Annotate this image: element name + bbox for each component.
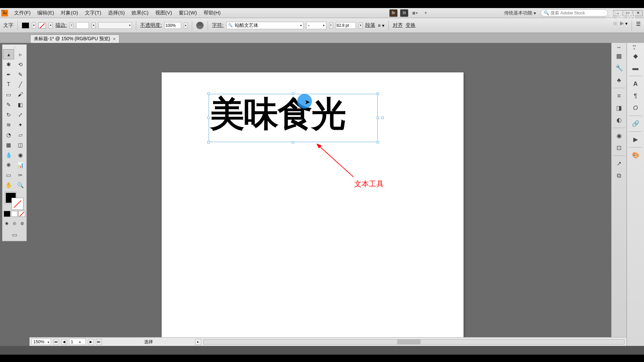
shaper-tool[interactable]: ✎ — [3, 100, 14, 110]
arrange-icon[interactable]: ▦ ▾ — [411, 9, 419, 17]
font-style-field[interactable]: - ▾ — [306, 22, 326, 29]
stroke-dropdown[interactable]: ▾ — [49, 22, 53, 28]
mesh-tool[interactable]: ▦ — [3, 140, 14, 150]
layers-panel-icon[interactable]: ◆ — [630, 50, 641, 62]
zoom-selector[interactable]: 150% ▾ — [32, 339, 51, 345]
stroke-weight-stepper[interactable]: ⇳ — [69, 22, 73, 28]
scroll-thumb-h[interactable] — [397, 340, 421, 344]
text-object[interactable]: 美味食光 ➤ — [209, 94, 378, 142]
scale-tool[interactable]: ⤢ — [15, 110, 26, 120]
brush-selector[interactable]: ▾ — [98, 22, 132, 29]
paragraph-panel-icon[interactable]: ¶ — [630, 90, 641, 102]
stroke-weight-input[interactable] — [76, 22, 89, 29]
handle-outport[interactable] — [381, 117, 384, 119]
blend-tool[interactable]: ◉ — [15, 150, 26, 160]
tab-close-icon[interactable]: × — [113, 36, 115, 42]
type-tool[interactable]: T — [3, 79, 14, 89]
handle-mid-right[interactable] — [377, 117, 379, 119]
draw-inside[interactable]: ◍ — [19, 218, 26, 228]
artboards-panel-icon[interactable]: ▬ — [630, 62, 641, 74]
handle-bottom-left[interactable] — [207, 141, 210, 143]
gradient-panel-icon[interactable]: ◨ — [613, 102, 625, 114]
workspace-selector[interactable]: 传统基本功能 ▾ — [502, 10, 538, 16]
stroke-panel-icon[interactable]: ≡ — [613, 90, 625, 102]
opentype-panel-icon[interactable]: O — [630, 102, 641, 114]
actions-panel-icon[interactable]: ▶ — [630, 134, 641, 145]
font-size-input[interactable] — [336, 22, 356, 29]
draw-normal[interactable]: ◉ — [3, 218, 10, 228]
color-mode-none[interactable] — [18, 211, 25, 217]
horizontal-scrollbar[interactable] — [203, 339, 625, 345]
stroke-color[interactable] — [12, 198, 23, 209]
stock-icon[interactable]: St — [400, 9, 408, 17]
paragraph-label[interactable]: 段落 — [365, 22, 375, 28]
perspective-tool[interactable]: ▱ — [15, 130, 26, 140]
rectangle-tool[interactable]: ▭ — [3, 89, 14, 100]
width-tool[interactable]: ≋ — [3, 120, 14, 130]
transparency-panel-icon[interactable]: ◐ — [613, 114, 625, 126]
search-box[interactable]: 🔍 — [541, 9, 608, 16]
paragraph-align-icon[interactable]: ≡ ▾ — [378, 23, 384, 28]
artboard[interactable]: 美味食光 ➤ 文本工具 — [162, 72, 464, 337]
opacity-dropdown[interactable]: ▸ — [184, 22, 188, 28]
color-panel-icon[interactable]: 🎨 — [630, 149, 641, 161]
menu-type[interactable]: 文字(T) — [82, 9, 104, 17]
graph-tool[interactable]: 📊 — [15, 160, 26, 170]
handle-top-left[interactable] — [207, 93, 210, 95]
document-tab[interactable]: 未标题-1* @ 150% (RGB/GPU 预览) × — [30, 35, 119, 43]
fill-dropdown[interactable]: ▾ — [32, 22, 36, 28]
handle-top-mid[interactable] — [292, 93, 294, 95]
zoom-tool[interactable]: 🔍 — [15, 180, 26, 190]
artboard-tool[interactable]: ▭ — [3, 170, 14, 180]
lasso-tool[interactable]: ⟲ — [15, 59, 26, 69]
gradient-tool[interactable]: ◫ — [15, 140, 26, 150]
properties-panel-icon[interactable]: ▦ — [613, 50, 625, 62]
curvature-tool[interactable]: ✎ — [15, 69, 26, 79]
selection-tool[interactable]: ▴ — [3, 49, 14, 59]
font-size-stepper[interactable]: ⇳ — [329, 22, 333, 28]
symbol-sprayer-tool[interactable]: ❋ — [3, 160, 14, 170]
menu-select[interactable]: 选择(S) — [105, 9, 127, 17]
libraries-panel-icon[interactable]: 🔧 — [613, 62, 625, 74]
stroke-profile-dropdown[interactable]: ▾ — [92, 22, 96, 28]
artboard-nav[interactable]: 1 ▾ — [69, 339, 86, 345]
panel-grip[interactable] — [3, 46, 26, 49]
stroke-swatch[interactable] — [39, 22, 46, 28]
export-panel-icon[interactable]: ↗ — [613, 158, 625, 169]
menu-window[interactable]: 窗口(W) — [176, 9, 200, 17]
shape-builder-tool[interactable]: ◔ — [3, 130, 14, 140]
font-family-field[interactable]: 🔍 站酷文艺体 ▾ — [226, 22, 304, 29]
font-size-dropdown[interactable]: ▾ — [359, 22, 363, 28]
canvas-area[interactable]: 美味食光 ➤ 文本工具 — [30, 54, 621, 346]
pen-tool[interactable]: ✒ — [3, 69, 14, 79]
bridge-icon[interactable]: Br — [389, 9, 397, 17]
align-label[interactable]: 对齐 — [393, 22, 403, 28]
opacity-input[interactable] — [164, 22, 181, 29]
eyedropper-tool[interactable]: 💧 — [3, 150, 14, 160]
transform-label[interactable]: 变换 — [406, 22, 416, 28]
menu-view[interactable]: 视图(V) — [153, 9, 175, 17]
handle-top-right[interactable] — [377, 93, 379, 95]
menu-file[interactable]: 文件(F) — [11, 9, 33, 17]
appearance-panel-icon[interactable]: ◉ — [613, 130, 625, 141]
handle-bottom-mid[interactable] — [292, 141, 294, 143]
nav-next[interactable]: ▶ — [88, 339, 94, 345]
menu-effect[interactable]: 效果(C) — [129, 9, 151, 17]
nav-first[interactable]: ⏮ — [53, 339, 59, 345]
screen-mode[interactable]: ▭ — [8, 230, 21, 240]
character-panel-icon[interactable]: A — [630, 78, 641, 89]
collapse-left-icon[interactable]: ◂◂ — [0, 8, 5, 13]
status-dropdown[interactable]: ▸ — [195, 339, 201, 345]
brush-tool[interactable]: 🖌 — [15, 89, 26, 100]
handle-bottom-right[interactable] — [377, 141, 379, 143]
nav-prev[interactable]: ◀ — [61, 339, 67, 345]
menu-object[interactable]: 对象(O) — [58, 9, 81, 17]
menu-help[interactable]: 帮助(H) — [201, 9, 223, 17]
collapse-right-icon[interactable]: ▸▸ — [616, 45, 622, 50]
graphic-styles-panel-icon[interactable]: ⊡ — [613, 142, 625, 154]
free-transform-tool[interactable]: ✦ — [15, 120, 26, 130]
nav-last[interactable]: ⏭ — [96, 339, 102, 345]
rotate-tool[interactable]: ↻ — [3, 110, 14, 120]
recolor-icon[interactable] — [196, 22, 204, 29]
draw-behind[interactable]: ◎ — [11, 218, 18, 228]
